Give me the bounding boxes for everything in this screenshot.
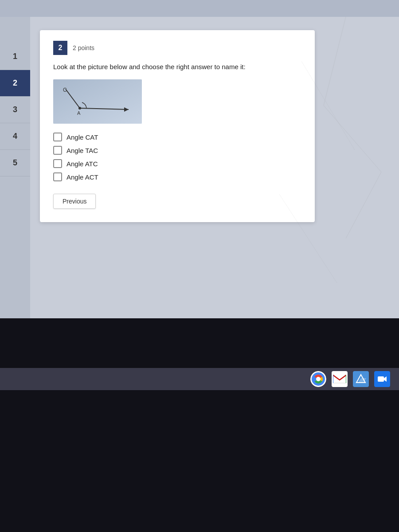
choice-item-a[interactable]: Angle CAT [53, 133, 301, 141]
svg-rect-21 [378, 376, 384, 382]
svg-marker-22 [384, 376, 387, 382]
svg-line-9 [346, 172, 381, 239]
top-bar [0, 0, 399, 17]
choice-item-b[interactable]: Angle TAC [53, 146, 301, 155]
angle-svg: C A [53, 79, 142, 124]
gmail-icon[interactable] [332, 371, 348, 387]
question-number-badge: 2 [53, 41, 67, 55]
svg-point-14 [316, 377, 321, 381]
choice-label-b: Angle TAC [66, 147, 98, 154]
angle-image: C A [53, 79, 142, 124]
question-header: 2 2 points [53, 41, 301, 55]
svg-line-7 [324, 17, 346, 106]
choice-item-d[interactable]: Angle ACT [53, 172, 301, 181]
taskbar-area [0, 318, 399, 532]
sidebar-item-1[interactable]: 1 [0, 43, 30, 70]
svg-rect-0 [53, 79, 142, 124]
checkbox-c[interactable] [53, 159, 62, 168]
question-points: 2 points [73, 44, 94, 51]
question-text: Look at the picture below and choose the… [53, 62, 301, 71]
sidebar-item-3[interactable]: 3 [0, 97, 30, 123]
checkbox-d[interactable] [53, 172, 62, 181]
sidebar-item-2[interactable]: 2 [0, 70, 30, 97]
chrome-icon[interactable] [310, 371, 326, 387]
meet-icon[interactable] [374, 371, 390, 387]
choice-item-c[interactable]: Angle ATC [53, 159, 301, 168]
question-card: 2 2 points Look at the picture below and… [40, 30, 315, 222]
choice-label-a: Angle CAT [66, 133, 98, 141]
svg-rect-15 [333, 374, 346, 384]
sidebar-item-5[interactable]: 5 [0, 150, 30, 176]
files-icon[interactable] [353, 371, 369, 387]
choices-list: Angle CAT Angle TAC Angle ATC Angle ACT [53, 133, 301, 181]
taskbar-inner [0, 368, 399, 390]
svg-point-5 [78, 107, 81, 110]
question-sidebar: 1 2 3 4 5 [0, 17, 30, 318]
checkbox-b[interactable] [53, 146, 62, 155]
sidebar-item-4[interactable]: 4 [0, 123, 30, 150]
svg-text:A: A [77, 110, 81, 116]
svg-line-8 [324, 106, 381, 172]
main-area: 1 2 3 4 5 2 2 points Look at the picture… [0, 17, 399, 318]
previous-button[interactable]: Previous [53, 194, 96, 209]
choice-label-d: Angle ACT [66, 173, 98, 181]
checkbox-a[interactable] [53, 133, 62, 141]
choice-label-c: Angle ATC [66, 160, 98, 168]
